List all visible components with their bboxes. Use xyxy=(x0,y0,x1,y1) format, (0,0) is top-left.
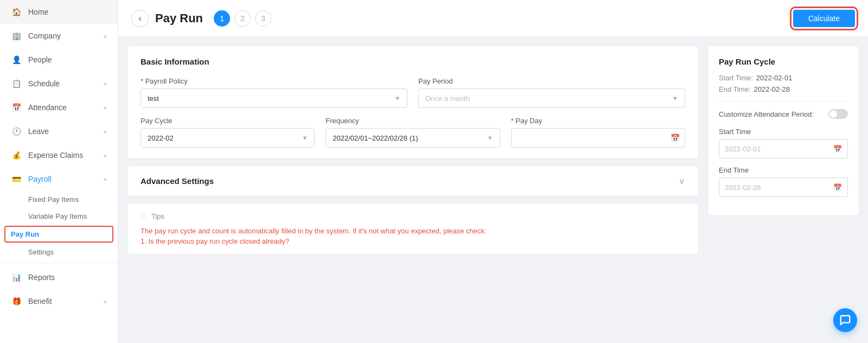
sidebar-item-label: People xyxy=(28,55,107,64)
tips-text: The pay run cycle and count is automatic… xyxy=(141,226,685,237)
sidebar-sub-settings[interactable]: Settings xyxy=(0,244,118,261)
side-panel: Pay Run Cycle Start Time: 2022-02-01 End… xyxy=(707,46,859,334)
pay-period-select[interactable]: Once a month ▼ xyxy=(418,88,685,108)
main-content: ‹ Pay Run 1 2 3 Calculate Basic Informat… xyxy=(118,0,868,343)
leave-icon: 🕐 xyxy=(11,126,22,137)
sidebar-item-label: Expense Claims xyxy=(28,151,97,160)
reports-icon: 📊 xyxy=(11,272,22,283)
schedule-icon: 📋 xyxy=(11,78,22,89)
header-left: ‹ Pay Run 1 2 3 xyxy=(131,10,271,27)
frequency-select[interactable]: 2022/02/01~2022/02/28 (1) ▼ xyxy=(326,128,500,148)
tips-card: ♡ Tips The pay run cycle and count is au… xyxy=(127,203,699,255)
frequency-value: 2022/02/01~2022/02/28 (1) xyxy=(333,134,418,142)
page-header: ‹ Pay Run 1 2 3 Calculate xyxy=(118,0,868,37)
payroll-policy-label: Payroll Policy xyxy=(141,77,407,85)
basic-info-card: Basic Information Payroll Policy test ▼ … xyxy=(127,46,699,159)
advanced-settings-card: Advanced Settings ∨ xyxy=(127,166,699,196)
sidebar-sub-pay-run[interactable]: Pay Run xyxy=(4,226,113,243)
sidebar-item-people[interactable]: 👤 People xyxy=(0,48,118,72)
pay-day-input[interactable] xyxy=(511,128,685,148)
sidebar-item-home[interactable]: 🏠 Home xyxy=(0,0,118,24)
chevron-right-icon: ∨ xyxy=(103,153,107,158)
start-time-label: Start Time: xyxy=(719,74,753,82)
sidebar-item-schedule[interactable]: 📋 Schedule ∨ xyxy=(0,72,118,96)
start-time-row: Start Time: 2022-02-01 xyxy=(719,74,848,82)
tips-label: Tips xyxy=(151,212,164,220)
frequency-group: Frequency 2022/02/01~2022/02/28 (1) ▼ xyxy=(326,117,500,148)
pay-cycle-value: 2022-02 xyxy=(148,134,174,142)
sidebar-item-payroll[interactable]: 💳 Payroll ∧ xyxy=(0,167,118,191)
sidebar-item-label: Schedule xyxy=(28,79,97,88)
pay-cycle-select[interactable]: 2022-02 ▼ xyxy=(141,128,315,148)
start-time-field-group: Start Time 2022-02-01 📅 xyxy=(719,128,848,158)
pay-run-cycle-card: Pay Run Cycle Start Time: 2022-02-01 End… xyxy=(707,46,859,216)
tips-item-1: 1. Is the previous pay run cycle closed … xyxy=(141,237,685,245)
chat-button[interactable] xyxy=(833,308,857,332)
benefit-icon: 🎁 xyxy=(11,296,22,307)
start-time-field-label: Start Time xyxy=(719,128,848,136)
calendar-icon: 📅 xyxy=(833,145,842,153)
chat-icon xyxy=(839,314,851,326)
chevron-down-icon: ▼ xyxy=(487,135,493,141)
sidebar-item-company[interactable]: 🏢 Company ∨ xyxy=(0,24,118,48)
content-area: Basic Information Payroll Policy test ▼ … xyxy=(118,37,868,343)
pay-run-cycle-title: Pay Run Cycle xyxy=(719,57,848,66)
end-time-field[interactable]: 2022-02-28 📅 xyxy=(719,177,848,197)
calculate-button[interactable]: Calculate xyxy=(793,10,855,27)
sidebar-sub-variable-pay-items[interactable]: Variable Pay Items xyxy=(0,208,118,225)
pay-cycle-group: Pay Cycle 2022-02 ▼ xyxy=(141,117,315,148)
payroll-policy-group: Payroll Policy test ▼ xyxy=(141,77,407,108)
step-1[interactable]: 1 xyxy=(214,10,230,27)
customize-toggle[interactable] xyxy=(828,109,848,119)
end-time-label: End Time: xyxy=(719,85,751,93)
chevron-down-icon: ∨ xyxy=(679,176,685,186)
end-time-field-group: End Time 2022-02-28 📅 xyxy=(719,166,848,197)
tips-header: ♡ Tips xyxy=(141,212,685,220)
sidebar-item-attendance[interactable]: 📅 Attendance ∨ xyxy=(0,96,118,119)
payroll-policy-select[interactable]: test ▼ xyxy=(141,88,407,108)
sidebar-sub-fixed-pay-items[interactable]: Fixed Pay Items xyxy=(0,191,118,208)
advanced-settings-header[interactable]: Advanced Settings ∨ xyxy=(127,166,698,196)
pay-day-group: Pay Day 📅 xyxy=(511,117,685,148)
pay-period-value: Once a month xyxy=(425,94,470,103)
sidebar: 🏠 Home 🏢 Company ∨ 👤 People 📋 Schedule ∨… xyxy=(0,0,118,343)
start-time-field-value: 2022-02-01 xyxy=(725,145,761,153)
chevron-down-icon: ▼ xyxy=(394,95,400,101)
calendar-icon: 📅 xyxy=(671,134,680,142)
sidebar-item-leave[interactable]: 🕐 Leave ∨ xyxy=(0,119,118,143)
back-button[interactable]: ‹ xyxy=(131,10,149,27)
payroll-icon: 💳 xyxy=(11,174,22,185)
sidebar-item-label: Payroll xyxy=(28,175,97,183)
chevron-right-icon: ∨ xyxy=(103,33,107,39)
sidebar-item-label: Attendance xyxy=(28,103,97,112)
chevron-down-icon: ▼ xyxy=(672,95,678,101)
step-2[interactable]: 2 xyxy=(234,10,251,27)
pay-cycle-label: Pay Cycle xyxy=(141,117,315,125)
end-time-value: 2022-02-28 xyxy=(754,85,790,93)
chevron-right-icon: ∨ xyxy=(103,105,107,111)
sidebar-item-label: Company xyxy=(28,31,97,40)
start-time-value: 2022-02-01 xyxy=(756,74,793,82)
pay-period-label: Pay Period xyxy=(418,77,685,85)
pay-day-label: Pay Day xyxy=(511,117,685,125)
customize-toggle-row: Customize Attendance Period: xyxy=(719,109,848,119)
sidebar-item-label: Home xyxy=(28,8,107,16)
step-circles: 1 2 3 xyxy=(214,10,271,27)
chevron-right-icon: ∨ xyxy=(103,81,107,87)
expense-icon: 💰 xyxy=(11,150,22,161)
start-time-field[interactable]: 2022-02-01 📅 xyxy=(719,139,848,158)
sidebar-item-label: Leave xyxy=(28,127,97,136)
form-row-2: Pay Cycle 2022-02 ▼ Frequency 2022/02/01… xyxy=(141,117,685,148)
form-row-1: Payroll Policy test ▼ Pay Period Once a … xyxy=(141,77,685,108)
company-icon: 🏢 xyxy=(11,30,22,41)
basic-info-title: Basic Information xyxy=(141,57,685,66)
sidebar-item-reports[interactable]: 📊 Reports xyxy=(0,265,118,289)
heart-icon: ♡ xyxy=(141,212,147,220)
end-time-field-value: 2022-02-28 xyxy=(725,183,761,192)
advanced-settings-title: Advanced Settings xyxy=(141,176,214,186)
step-3[interactable]: 3 xyxy=(255,10,271,27)
frequency-label: Frequency xyxy=(326,117,500,125)
chevron-right-icon: ∨ xyxy=(103,298,107,304)
sidebar-item-expense[interactable]: 💰 Expense Claims ∨ xyxy=(0,143,118,167)
sidebar-item-benefit[interactable]: 🎁 Benefit ∨ xyxy=(0,289,118,313)
